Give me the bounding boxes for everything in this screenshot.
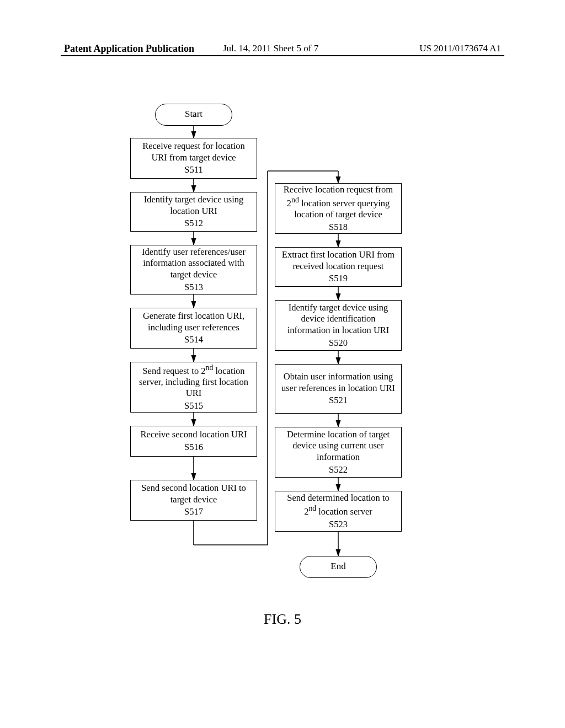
step-text: Receive location request from 2nd locati… [281,184,396,221]
header-left: Patent Application Publication [64,43,194,55]
step-text: Send second location URI to target devic… [136,483,251,505]
step-id: S522 [281,464,396,476]
step-id: S521 [281,395,396,406]
step-s519: Extract first location URI from received… [275,247,402,287]
step-id: S512 [136,218,251,229]
step-id: S513 [136,282,251,293]
step-s512: Identify target device using location UR… [130,192,257,232]
end-label: End [331,561,345,571]
step-id: S523 [281,519,396,531]
terminator-start: Start [155,104,232,126]
step-text: Send request to 2nd location server, inc… [136,363,251,399]
figure-label: FIG. 5 [0,611,565,628]
connectors [110,104,486,611]
terminator-end: End [300,556,377,578]
step-s514: Generate first location URI, including u… [130,308,257,349]
step-s516: Receive second location URI S516 [130,426,257,457]
step-id: S515 [136,400,251,412]
header-middle: Jul. 14, 2011 Sheet 5 of 7 [223,43,318,54]
step-s521: Obtain user information using user refer… [275,364,402,414]
step-text: Send determined location to 2nd location… [281,493,396,518]
step-s511: Receive request for location URI from ta… [130,138,257,179]
step-id: S514 [136,334,251,346]
patent-page: Patent Application Publication Jul. 14, … [0,0,565,728]
step-id: S517 [136,506,251,518]
step-text: Identify target device using location UR… [136,194,251,217]
step-text: Identify target device using device iden… [281,302,396,336]
step-s515: Send request to 2nd location server, inc… [130,362,257,413]
step-text: Generate first location URI, including u… [136,311,251,333]
step-text: Obtain user information using user refer… [281,371,396,394]
step-s522: Determine location of target device usin… [275,427,402,478]
header-right: US 2011/0173674 A1 [419,43,501,54]
step-text: Extract first location URI from received… [281,249,396,272]
step-text: Receive request for location URI from ta… [136,141,251,163]
step-s518: Receive location request from 2nd locati… [275,183,402,234]
step-s517: Send second location URI to target devic… [130,480,257,521]
step-s520: Identify target device using device iden… [275,300,402,351]
step-text: Determine location of target device usin… [281,429,396,463]
step-id: S516 [136,442,251,453]
start-label: Start [185,109,202,119]
step-text: Receive second location URI [136,429,251,441]
step-id: S518 [281,222,396,233]
step-id: S519 [281,273,396,285]
step-s513: Identify user references/user informatio… [130,245,257,295]
step-s523: Send determined location to 2nd location… [275,491,402,532]
step-text: Identify user references/user informatio… [136,247,251,281]
header-rule [61,55,504,56]
flowchart: Start Receive request for location URI f… [110,104,486,611]
step-id: S511 [136,164,251,176]
step-id: S520 [281,338,396,349]
